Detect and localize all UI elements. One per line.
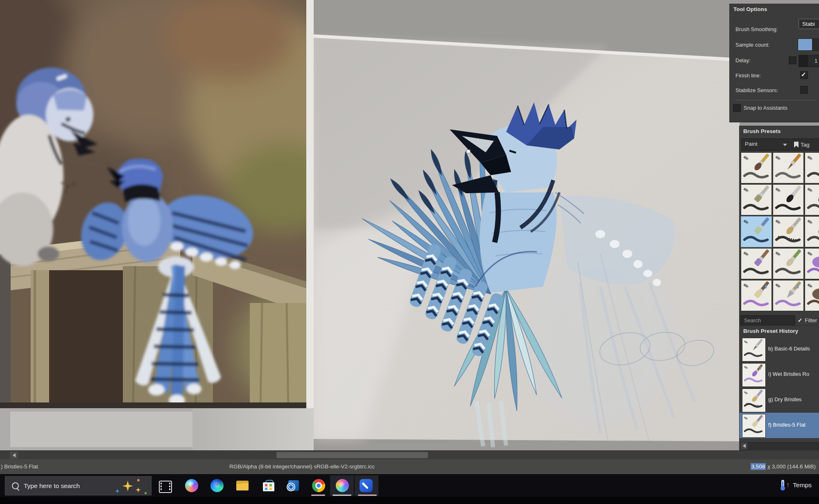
- brush-preset-thumbnail[interactable]: ✎: [805, 280, 819, 311]
- filter-toggle[interactable]: ✓Filter: [798, 317, 817, 323]
- history-item-thumbnail: ✎: [742, 389, 766, 412]
- brush-preset-thumbnail[interactable]: ✎: [805, 216, 819, 247]
- svg-text:✎: ✎: [774, 154, 781, 162]
- history-scrollbar[interactable]: [740, 442, 819, 450]
- photo-window-footer-inner: [10, 411, 192, 447]
- taskbar-search-placeholder: Type here to search: [24, 482, 80, 490]
- brush-search-input[interactable]: Search: [740, 315, 795, 327]
- windows-taskbar: Type here to search: [0, 474, 819, 497]
- history-item[interactable]: ✎f) Bristles-5 Flat: [740, 413, 819, 438]
- brush-preset-thumbnail[interactable]: ✎: [805, 248, 819, 279]
- delay-slider[interactable]: 1: [799, 55, 819, 67]
- brush-cursor: [467, 150, 470, 153]
- chevron-down-icon: [783, 144, 787, 146]
- krita-icon[interactable]: [336, 479, 349, 492]
- brush-presets-title: Brush Presets: [740, 126, 819, 136]
- history-item-thumbnail: ✎: [742, 363, 766, 387]
- outlook-icon[interactable]: [287, 479, 300, 492]
- tag-button-label: Tag: [801, 142, 810, 148]
- svg-text:✎: ✎: [774, 186, 781, 194]
- brush-preset-thumbnail[interactable]: ✎: [741, 248, 772, 279]
- brush-preset-thumbnail[interactable]: ✎: [773, 152, 804, 183]
- scroll-left-arrow-icon[interactable]: [741, 443, 747, 449]
- search-icon: [12, 482, 19, 489]
- brush-preset-history-title: Brush Preset History: [740, 326, 819, 336]
- svg-text:✎: ✎: [742, 282, 749, 290]
- stabilize-sensors-checkbox[interactable]: [800, 86, 808, 94]
- dimension-rest: 3,000 (144.6 MiB): [772, 463, 816, 470]
- krita-running-indicator: [333, 495, 351, 496]
- brush-preset-thumbnail[interactable]: ✎: [773, 216, 804, 247]
- chrome-icon[interactable]: [312, 479, 325, 492]
- svg-text:✎: ✎: [742, 154, 749, 162]
- copilot-icon[interactable]: [185, 479, 198, 492]
- chrome-running-indicator: [311, 495, 325, 496]
- sample-count-label: Sample count:: [735, 42, 769, 48]
- brush-preset-history-list: ✎b) Basic-6 Details✎i) Wet Bristles Ro✎g…: [740, 337, 819, 438]
- brush-preset-grid: ✎✎✎✎✎✎✎✎✎✎✎✎✎✎✎: [741, 152, 819, 311]
- brush-preset-thumbnail[interactable]: ✎: [773, 184, 804, 215]
- history-item[interactable]: ✎g) Dry Bristles: [740, 387, 819, 413]
- svg-text:✎: ✎: [806, 186, 813, 194]
- sparkle-small-yellow-icon: [136, 487, 141, 493]
- finish-line-checkbox[interactable]: [800, 71, 808, 79]
- status-colorspace: RGB/Alpha (8-bit integer/channel) sRGB-e…: [229, 463, 375, 470]
- delay-checkbox[interactable]: [789, 57, 796, 64]
- delay-value: 1: [814, 58, 817, 64]
- svg-text:✎: ✎: [744, 365, 749, 371]
- brush-preset-thumbnail[interactable]: ✎: [741, 280, 772, 311]
- canvas-scrollbar-thumb[interactable]: [276, 452, 428, 458]
- brush-search-placeholder: Search: [744, 317, 761, 323]
- krita-canvas[interactable]: [314, 0, 740, 450]
- svg-text:✎: ✎: [744, 339, 749, 345]
- task-view-icon[interactable]: [159, 481, 172, 493]
- brush-preset-thumbnail[interactable]: ✎: [773, 280, 804, 311]
- history-item-thumbnail: ✎: [742, 338, 766, 362]
- weather-widget[interactable]: ↑ Temps: [781, 480, 812, 490]
- status-brush-name: ) Bristles-5 Flat: [1, 463, 38, 470]
- microsoft-store-icon[interactable]: [262, 479, 275, 492]
- svg-text:✎: ✎: [742, 186, 749, 194]
- canvas-scroll-left-arrow-icon[interactable]: [10, 452, 18, 459]
- status-bar: ) Bristles-5 Flat RGB/Alpha (8-bit integ…: [0, 459, 819, 474]
- window-gap: [306, 0, 314, 408]
- snap-to-assistants-label: Snap to Assistants: [744, 105, 787, 111]
- brush-preset-thumbnail[interactable]: ✎: [741, 152, 772, 183]
- brush-tag-filter-combo[interactable]: Paint: [741, 138, 790, 151]
- brush-preset-thumbnail[interactable]: ✎: [773, 248, 804, 279]
- history-item-label: f) Bristles-5 Flat: [768, 422, 805, 428]
- brush-preset-thumbnail[interactable]: ✎: [805, 152, 819, 183]
- taskbar-search-box[interactable]: Type here to search: [5, 476, 152, 495]
- brush-smoothing-dropdown[interactable]: Stabi: [799, 19, 819, 29]
- snap-to-assistants-checkbox[interactable]: [733, 104, 741, 112]
- paint-app-icon[interactable]: [360, 479, 373, 492]
- brush-smoothing-value: Stabi: [802, 21, 815, 27]
- edge-icon[interactable]: [210, 479, 224, 492]
- history-item-thumbnail: ✎: [742, 414, 766, 438]
- tool-options-title: Tool Options: [730, 4, 819, 14]
- svg-text:✎: ✎: [806, 250, 813, 258]
- status-image-dimensions: 3,508 x 3,000 (144.6 MiB): [751, 463, 816, 470]
- bookmark-icon: [794, 142, 799, 148]
- sparkle-small-blue-icon: [115, 489, 120, 493]
- history-item[interactable]: ✎b) Basic-6 Details: [740, 337, 819, 362]
- canvas-horizontal-scrollbar[interactable]: [0, 450, 819, 460]
- screen: Tool Options Brush Smoothing: Stabi Samp…: [0, 0, 819, 504]
- file-explorer-icon[interactable]: [236, 479, 249, 492]
- reference-photo-bluejays: [0, 0, 306, 408]
- brush-smoothing-label: Brush Smoothing:: [735, 26, 778, 32]
- brush-preset-thumbnail-selected[interactable]: ✎: [741, 216, 772, 247]
- brush-preset-thumbnail[interactable]: ✎: [741, 184, 772, 215]
- filter-label: Filter: [805, 317, 817, 323]
- finish-line-label: Finish line:: [735, 72, 761, 79]
- svg-text:✎: ✎: [742, 250, 749, 258]
- reference-photo-window: [0, 0, 306, 408]
- dimension-x: x: [767, 463, 770, 470]
- sparkle-dot-green-icon: [145, 492, 147, 494]
- tag-button[interactable]: Tag: [791, 138, 819, 151]
- sample-count-slider[interactable]: [798, 38, 819, 51]
- sparkle-icon: [122, 481, 133, 491]
- history-item-label: g) Dry Bristles: [768, 396, 802, 402]
- brush-preset-thumbnail[interactable]: ✎: [805, 184, 819, 215]
- history-item[interactable]: ✎i) Wet Bristles Ro: [740, 362, 819, 387]
